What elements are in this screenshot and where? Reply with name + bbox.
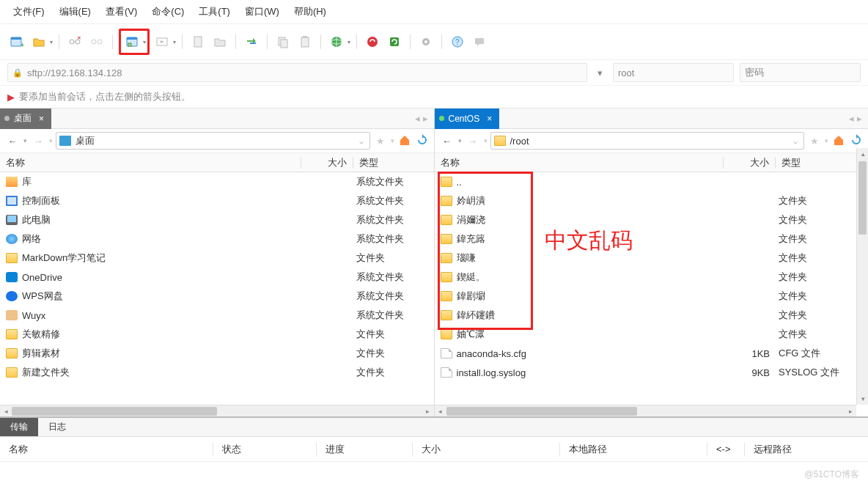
password-input[interactable]: 密码	[740, 63, 861, 82]
menu-view[interactable]: 查看(V)	[98, 3, 144, 21]
list-item[interactable]: 瑙嗛文件夹	[435, 249, 857, 268]
desktop-icon	[59, 136, 71, 146]
back-button[interactable]: ←	[4, 133, 21, 149]
properties-button-highlighted[interactable]: ▾	[119, 29, 150, 55]
forward-button[interactable]: →	[465, 133, 481, 149]
col-type[interactable]: 类型	[353, 156, 434, 169]
list-item[interactable]: 网络系统文件夹	[0, 229, 434, 249]
transfer-icon[interactable]	[242, 32, 261, 51]
tcol-remotepath[interactable]: 远程路径	[745, 443, 868, 456]
home-button[interactable]	[831, 134, 846, 148]
right-file-list[interactable]: .. 妗岄潰文件夹涓嬭浇文件夹鍏充簬文件夹瑙嗛文件夹鍥綎。文件夹鍏剧墛文件夹鍏紑…	[435, 172, 857, 405]
separator	[441, 34, 442, 49]
separator	[235, 34, 236, 49]
new-session-icon[interactable]: +	[7, 32, 26, 51]
web-button[interactable]: ▾	[327, 32, 350, 51]
reconnect-icon[interactable]: ✕	[65, 32, 84, 51]
url-dropdown[interactable]: ▾	[593, 67, 607, 78]
list-item[interactable]: install.log.syslog9KBSYSLOG 文件	[435, 363, 857, 382]
list-item[interactable]: 鍥綎。文件夹	[435, 268, 857, 287]
menu-command[interactable]: 命令(C)	[144, 3, 191, 21]
list-item[interactable]: 新建文件夹文件夹	[0, 363, 434, 382]
list-item[interactable]: 关敏精修文件夹	[0, 325, 434, 344]
list-item[interactable]: anaconda-ks.cfg1KBCFG 文件	[435, 344, 857, 363]
chevron-down-icon[interactable]: ▾	[173, 39, 176, 45]
username-input[interactable]: root	[613, 63, 734, 82]
folder-icon	[6, 329, 18, 339]
chevron-down-icon[interactable]: ▾	[50, 39, 53, 45]
col-size[interactable]: 大小	[724, 156, 775, 169]
tcol-status[interactable]: 状态	[213, 443, 316, 456]
menu-tools[interactable]: 工具(T)	[191, 3, 238, 21]
url-input[interactable]: 🔒 sftp://192.168.134.128	[7, 63, 587, 82]
col-size[interactable]: 大小	[301, 156, 353, 169]
stop-icon[interactable]	[363, 32, 382, 51]
tcol-arrow[interactable]: <->	[707, 444, 744, 455]
menu-edit[interactable]: 编辑(E)	[52, 3, 98, 21]
list-item[interactable]: OneDrive系统文件夹	[0, 268, 434, 287]
col-type[interactable]: 类型	[776, 156, 856, 169]
chevron-down-icon[interactable]: ⌵	[790, 137, 801, 145]
tab-transfer[interactable]: 传输	[0, 418, 38, 436]
list-item[interactable]: 库系统文件夹	[0, 172, 434, 191]
paste-icon[interactable]	[295, 32, 315, 51]
scrollbar-v[interactable]: ▴▾	[856, 148, 868, 405]
left-nav-row: ←▾ →▾ 桌面 ⌵ ★▾	[0, 129, 434, 153]
tcol-localpath[interactable]: 本地路径	[560, 443, 707, 456]
list-item[interactable]: 鍏充簬文件夹	[435, 229, 857, 249]
list-item[interactable]: ..	[435, 172, 857, 191]
refresh-button[interactable]	[415, 134, 430, 148]
start-button[interactable]: ▾	[152, 32, 176, 51]
list-item[interactable]: 剪辑素材文件夹	[0, 344, 434, 363]
close-icon[interactable]: ×	[487, 114, 492, 124]
copy-icon[interactable]	[273, 32, 293, 51]
open-button[interactable]: ▾	[29, 32, 53, 51]
list-item[interactable]: Wuyx系统文件夹	[0, 306, 434, 325]
col-name[interactable]: 名称	[0, 156, 301, 169]
refresh-icon[interactable]	[385, 32, 404, 51]
menu-help[interactable]: 帮助(H)	[287, 3, 334, 21]
disconnect-icon[interactable]	[87, 32, 106, 51]
list-item[interactable]: 控制面板系统文件夹	[0, 191, 434, 210]
tcol-size[interactable]: 大小	[413, 443, 559, 456]
chevron-down-icon[interactable]: ⌵	[356, 137, 367, 145]
bottom-tabs: 传输 日志	[0, 418, 868, 437]
hint-bar: ▶ 要添加当前会话，点击左侧的箭头按钮。	[0, 86, 868, 109]
menu-window[interactable]: 窗口(W)	[238, 3, 287, 21]
chat-icon[interactable]	[470, 32, 489, 51]
new-file-icon[interactable]	[188, 32, 207, 51]
back-button[interactable]: ←	[439, 133, 455, 149]
list-item[interactable]: 此电脑系统文件夹	[0, 210, 434, 229]
tcol-name[interactable]: 名称	[0, 443, 213, 456]
close-icon[interactable]: ×	[39, 114, 44, 124]
list-item[interactable]: 涓嬭浇文件夹	[435, 210, 857, 229]
left-file-list[interactable]: 库系统文件夹控制面板系统文件夹此电脑系统文件夹网络系统文件夹MarkDown学习…	[0, 172, 434, 405]
user-icon	[6, 310, 18, 320]
chevron-down-icon[interactable]: ▾	[347, 39, 350, 45]
scrollbar-h[interactable]: ◂▸	[0, 405, 434, 416]
list-item[interactable]: WPS网盘系统文件夹	[0, 287, 434, 306]
col-name[interactable]: 名称	[435, 156, 724, 169]
new-folder-icon[interactable]	[210, 32, 229, 51]
forward-button[interactable]: →	[30, 133, 46, 149]
right-tab[interactable]: CentOS ×	[435, 109, 500, 129]
tab-log[interactable]: 日志	[38, 418, 76, 436]
favorite-button[interactable]: ★	[807, 136, 822, 147]
chevron-down-icon[interactable]: ▾	[143, 39, 146, 45]
gear-icon[interactable]	[416, 32, 435, 51]
left-tab[interactable]: 桌面 ×	[0, 109, 51, 129]
list-item[interactable]: 鍏剧墛文件夹	[435, 287, 857, 306]
refresh-button[interactable]	[849, 134, 864, 148]
list-item[interactable]: MarkDown学习笔记文件夹	[0, 249, 434, 268]
list-item[interactable]: 妯℃潀文件夹	[435, 325, 857, 344]
home-button[interactable]	[397, 134, 412, 148]
help-icon[interactable]: ?	[448, 32, 467, 51]
tcol-progress[interactable]: 进度	[317, 443, 412, 456]
scrollbar-h[interactable]: ◂▸	[435, 405, 857, 416]
list-item[interactable]: 鍏紑鑳鐨文件夹	[435, 306, 857, 325]
right-path-input[interactable]: /root ⌵	[490, 132, 805, 150]
list-item[interactable]: 妗岄潰文件夹	[435, 191, 857, 210]
menu-file[interactable]: 文件(F)	[6, 3, 52, 21]
favorite-button[interactable]: ★	[373, 136, 388, 147]
left-path-input[interactable]: 桌面 ⌵	[56, 132, 370, 150]
